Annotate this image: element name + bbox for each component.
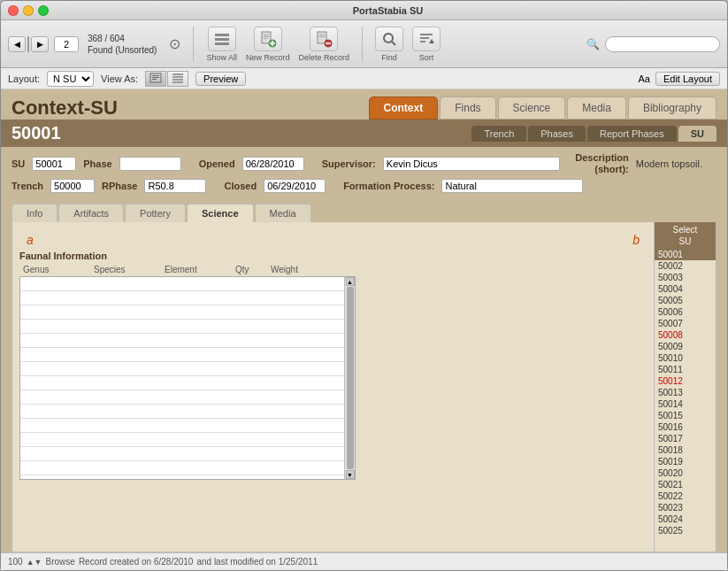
- su-item[interactable]: 50024: [655, 513, 716, 525]
- sub-tab-phases[interactable]: Phases: [528, 126, 586, 142]
- su-item[interactable]: 50020: [655, 467, 716, 479]
- su-item[interactable]: 50004: [655, 283, 716, 295]
- faunal-data-grid[interactable]: ▲ ▼: [19, 276, 356, 480]
- info-tab-science[interactable]: Science: [187, 204, 254, 222]
- zoom-level: 100: [8, 557, 23, 567]
- preview-button[interactable]: Preview: [195, 72, 246, 86]
- last-modified-text: and last modified on 1/25/2011: [196, 557, 318, 567]
- su-list-items[interactable]: 50001 50002 50003 50004 50005 50006 5000…: [655, 249, 716, 552]
- record-number-input[interactable]: [54, 36, 79, 52]
- opened-input[interactable]: [242, 157, 304, 171]
- col-element: Element: [161, 265, 232, 274]
- grid-scrollbar[interactable]: ▲ ▼: [344, 277, 355, 479]
- sub-tab-trench[interactable]: Trench: [471, 126, 526, 142]
- description-label: Description(short):: [567, 152, 629, 175]
- info-tab-info[interactable]: Info: [11, 204, 57, 222]
- su-item[interactable]: 50021: [655, 479, 716, 490]
- supervisor-input[interactable]: [383, 157, 560, 171]
- info-tab-media[interactable]: Media: [255, 204, 311, 222]
- record-nav-dots: ⊙: [169, 35, 180, 52]
- sort-button[interactable]: [412, 27, 441, 51]
- su-item[interactable]: 50022: [655, 490, 716, 502]
- minimize-button[interactable]: [23, 5, 34, 16]
- tab-bibliography[interactable]: Bibliography: [628, 96, 717, 120]
- new-record-button[interactable]: [254, 27, 282, 51]
- science-content: a b Faunal Information Genus Species Ele…: [12, 222, 654, 552]
- layout-select[interactable]: N SU: [47, 71, 94, 87]
- nav-separator: [27, 36, 29, 52]
- col-weight: Weight: [267, 265, 320, 274]
- su-item[interactable]: 50007: [655, 318, 716, 329]
- su-item[interactable]: 50017: [655, 433, 716, 444]
- tab-media[interactable]: Media: [567, 96, 626, 120]
- text-size-label: Aa: [638, 73, 649, 84]
- su-item[interactable]: 50025: [655, 525, 716, 536]
- show-all-button[interactable]: [208, 27, 236, 51]
- window-title: PortaStabia SU: [49, 5, 727, 16]
- closed-input[interactable]: [264, 179, 326, 193]
- nav-forward-button[interactable]: ▶: [31, 36, 49, 52]
- su-item[interactable]: 50009: [655, 341, 716, 352]
- svg-rect-24: [152, 79, 157, 80]
- su-item[interactable]: 50005: [655, 295, 716, 306]
- svg-rect-25: [172, 73, 183, 75]
- su-input[interactable]: [32, 157, 76, 171]
- trench-input[interactable]: [50, 179, 95, 193]
- su-item[interactable]: 50003: [655, 272, 716, 283]
- svg-rect-28: [172, 81, 183, 83]
- delete-record-item: Delete Record: [298, 27, 349, 62]
- record-counter-area: 368 / 604 Found (Unsorted): [88, 33, 157, 56]
- nav-back-button[interactable]: ◀: [8, 36, 26, 52]
- record-id: 50001: [11, 123, 61, 143]
- info-tab-pottery[interactable]: Pottery: [125, 204, 186, 222]
- su-item[interactable]: 50011: [655, 364, 716, 375]
- section-markers: a b: [19, 229, 647, 251]
- close-button[interactable]: [8, 5, 19, 16]
- maximize-button[interactable]: [38, 5, 49, 16]
- search-input[interactable]: [605, 36, 720, 52]
- phase-input[interactable]: [119, 157, 181, 171]
- find-button[interactable]: [375, 27, 403, 51]
- tab-context[interactable]: Context: [369, 96, 439, 120]
- sub-tabs: Trench Phases Report Phases SU: [471, 126, 717, 142]
- su-item[interactable]: 50002: [655, 260, 716, 272]
- su-item[interactable]: 50016: [655, 421, 716, 433]
- scroll-down-button[interactable]: ▼: [346, 470, 355, 479]
- info-tab-artifacts[interactable]: Artifacts: [58, 204, 124, 222]
- su-list-header-select: Select: [673, 225, 698, 235]
- scroll-up-button[interactable]: ▲: [346, 277, 355, 286]
- grid-row: [20, 433, 344, 447]
- edit-layout-button[interactable]: Edit Layout: [655, 72, 720, 86]
- main-content: Context-SU Context Finds Science Media B…: [1, 89, 727, 552]
- view-form-button[interactable]: [145, 71, 166, 87]
- toolbar-separator-1: [193, 27, 194, 62]
- su-item[interactable]: 50015: [655, 410, 716, 421]
- window: PortaStabia SU ◀ ▶ 368 / 604 Found (Unso…: [0, 0, 728, 571]
- sub-tab-su[interactable]: SU: [678, 126, 717, 142]
- su-item[interactable]: 50008: [655, 329, 716, 341]
- tab-finds[interactable]: Finds: [440, 96, 495, 120]
- show-all-item: Show All: [206, 27, 237, 62]
- svg-line-16: [392, 42, 395, 45]
- scroll-thumb[interactable]: [347, 287, 354, 469]
- rphase-input[interactable]: [144, 179, 206, 193]
- su-item[interactable]: 50010: [655, 352, 716, 364]
- view-list-button[interactable]: [167, 71, 188, 87]
- su-item[interactable]: 50012: [655, 375, 716, 387]
- su-item[interactable]: 50013: [655, 387, 716, 398]
- formation-input[interactable]: [441, 179, 583, 193]
- record-count: 368 / 604: [88, 33, 157, 44]
- su-item[interactable]: 50001: [655, 249, 716, 260]
- su-item[interactable]: 50019: [655, 456, 716, 467]
- svg-point-15: [384, 34, 393, 42]
- su-item[interactable]: 50023: [655, 502, 716, 513]
- form-row-2: Trench RPhase Closed Formation Process:: [11, 179, 717, 193]
- su-item[interactable]: 50006: [655, 306, 716, 318]
- new-record-label: New Record: [246, 53, 290, 62]
- delete-record-button[interactable]: [310, 27, 338, 51]
- svg-rect-23: [152, 77, 159, 78]
- su-item[interactable]: 50018: [655, 444, 716, 456]
- su-item[interactable]: 50014: [655, 398, 716, 410]
- tab-science[interactable]: Science: [498, 96, 566, 120]
- sub-tab-report-phases[interactable]: Report Phases: [587, 126, 677, 142]
